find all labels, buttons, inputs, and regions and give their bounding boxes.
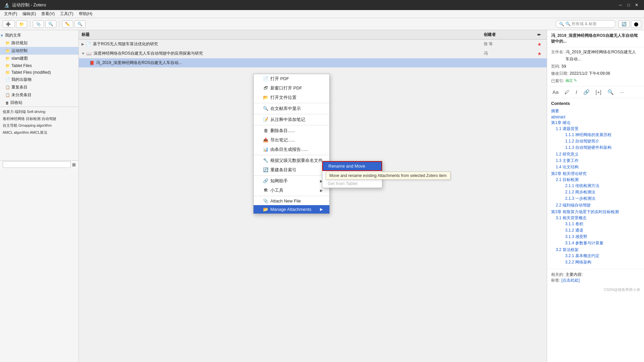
search-button[interactable]: 🔍	[45, 20, 56, 28]
ctx-gen-report[interactable]: 📊由条目生成报告......	[254, 145, 329, 154]
expand-icon: ▶	[82, 42, 84, 46]
toc-link-1.1.2[interactable]: 1.1.2 自动驾驶简介	[565, 139, 599, 143]
toc-link-2.1.3[interactable]: 2.1.3 一步检测法	[565, 196, 595, 201]
ctx-show-in-lib[interactable]: 🔍在文献库中显示	[254, 104, 329, 113]
main-layout: ▼ 我的文库 📁 路径规划 📁 运动控制 📁 slam建图 📁 Tablet F…	[0, 30, 644, 362]
new-collection-button[interactable]: 📁	[16, 20, 27, 28]
toc-link-ch1[interactable]: 第1章 绪论	[551, 120, 571, 125]
toc-link-3.2.1[interactable]: 3.2.1 基本概念约定	[565, 253, 599, 258]
tag-line-1[interactable]: 低算力 端到端 Self-driving	[1, 108, 77, 115]
toc-link-3.1.3[interactable]: 3.1.3 感受野	[565, 234, 587, 239]
ctx-add-note[interactable]: 📝从注释中添加笔记	[254, 115, 329, 124]
footer-tags-link[interactable]: [点击此处]	[561, 278, 580, 283]
toc-link-1.1[interactable]: 1.1 课题背景	[556, 126, 579, 131]
annotate-button[interactable]: ✏️	[62, 20, 73, 28]
locate-button[interactable]: 🔍	[74, 20, 86, 28]
search-box[interactable]: 🔍 🔍 所有域 & 标签	[555, 20, 616, 28]
ctx-rebuild-index[interactable]: 🔄重建条目索引	[254, 165, 329, 175]
footer-related-row: 相关的: 主要内容:	[551, 272, 640, 278]
ctx-sep-4	[254, 155, 329, 155]
toc-link-1.3[interactable]: 1.3 主要工作	[556, 158, 579, 163]
tag-line-3[interactable]: 自主导航 Gmapping algorithm	[1, 122, 77, 129]
minimize-button[interactable]: ─	[617, 2, 624, 8]
toc-link-1.4[interactable]: 1.4 论文结构	[556, 165, 579, 169]
sidebar-item-slam[interactable]: 📁 slam建图	[0, 55, 78, 62]
tool-text-btn[interactable]: Aa	[551, 88, 560, 96]
toc-link-3.2.2[interactable]: 3.2.2 网络架构	[565, 260, 591, 264]
sidebar-item-trash[interactable]: 🗑 回收站	[0, 99, 78, 107]
toc-link-ch2[interactable]: 第2章 相关理论研究	[551, 171, 587, 176]
submenu-rename-move[interactable]: Rename and Move	[322, 161, 382, 171]
tag-line-4[interactable]: AMCL algorithm AMCL算法	[1, 129, 77, 136]
toc-link-3.2[interactable]: 3.2 算法框架	[556, 247, 579, 252]
list-row[interactable]: 📕 冯_2019_深度神经网络在ROS自建无人车自动...	[79, 58, 547, 68]
toc-link-1.2[interactable]: 1.2 研究意义	[556, 152, 579, 157]
sync-button[interactable]: 🔄	[619, 20, 630, 28]
menu-help[interactable]: 帮助(H)	[76, 10, 95, 17]
tag-search-input[interactable]	[3, 161, 71, 168]
ctx-attach-new[interactable]: 📎Attach New File	[254, 197, 329, 205]
toc-link-2.2[interactable]: 2.2 端到端自动驾驶	[556, 203, 591, 207]
toc-link-3.1.1[interactable]: 3.1.1 卷积	[565, 222, 583, 226]
ctx-open-new-window[interactable]: 🗗新窗口打开 PDF	[254, 83, 329, 93]
toc-link-2.1.2[interactable]: 2.1.2 两步检测法	[565, 190, 595, 194]
menu-view[interactable]: 查看(V)	[39, 10, 57, 17]
tool-link-btn[interactable]: 🔗	[582, 88, 591, 96]
tag-line-2[interactable]: 卷积神经网络 目标检测 自动驾驶	[1, 115, 77, 122]
menu-tools[interactable]: 工具(T)	[57, 10, 76, 17]
toc-link-3.1.2[interactable]: 3.1.2 通道	[565, 228, 583, 233]
toc-link-3.1.4[interactable]: 3.1.4 参数量与计算量	[565, 241, 603, 245]
tool-search-btn[interactable]: 🔍	[606, 88, 615, 96]
right-panel-header: 冯_2019_深度神经网络在ROS自建无人车自动驾驶中的...	[547, 30, 644, 47]
toc-link-1.1.1[interactable]: 1.1.1 神经网络的发展历程	[565, 132, 611, 137]
submenu-get-from-tablet[interactable]: Get from Tablet	[322, 179, 382, 188]
toc-1.1.3: 1.1.3 自动驾驶硬件和架构	[565, 144, 640, 151]
sidebar-item-tablet-files[interactable]: 📁 Tablet Files	[0, 62, 78, 69]
toc-link-3.1[interactable]: 3.1 相关背景概念	[556, 216, 587, 220]
list-row[interactable]: ▶ 📄 基于ROS无人驾驶车算法优化的研究 张 等 ★	[79, 40, 547, 49]
new-item-button[interactable]: ➕	[3, 20, 15, 28]
ctx-sep-2	[254, 114, 329, 114]
header-edit-icon[interactable]: ✏	[537, 33, 544, 37]
ctx-open-location[interactable]: 📂打开文件位置	[254, 93, 329, 102]
ctx-cnki[interactable]: 🔗知网助手 ▶	[254, 176, 329, 186]
unsorted-icon: 📋	[5, 93, 10, 97]
toc-link-1.1.3[interactable]: 1.1.3 自动驾驶硬件和架构	[565, 145, 611, 150]
ctx-open-pdf[interactable]: 📄打开 PDF	[254, 74, 329, 83]
row-creator-2: 冯	[484, 51, 537, 56]
tool-italic-btn[interactable]: I	[574, 88, 578, 96]
close-button[interactable]: ✕	[633, 2, 640, 8]
sync-status-button[interactable]: ⬤	[631, 20, 641, 28]
sidebar-item-my-publications[interactable]: 📄 我的出版物	[0, 76, 78, 83]
sidebar-item-duplicates[interactable]: 📋 重复条目	[0, 83, 78, 91]
toc-link-abstract-cn[interactable]: 摘要	[551, 109, 559, 113]
toc-link-2.1.1[interactable]: 2.1.1 传统检测方法	[565, 183, 599, 188]
tool-highlight-btn[interactable]: 🖊	[563, 88, 571, 96]
tool-more-btn[interactable]: ···	[619, 88, 626, 96]
right-toolbar: Aa 🖊 I 🔗 [+] 🔍 ···	[547, 86, 644, 98]
toc-link-2.1[interactable]: 2.1 目标检测	[556, 177, 579, 182]
toc-link-abstract[interactable]: abstract	[551, 115, 566, 119]
toc-link-ch3[interactable]: 第3章 有限算力场景下的实时目标检测	[551, 209, 619, 214]
ctx-tools[interactable]: 🛠小工具 ▶	[254, 186, 329, 195]
ctx-export-notes[interactable]: 📤导出笔记......	[254, 135, 329, 145]
tag-search-icon[interactable]: ⊞	[72, 162, 76, 167]
ctx-manage-attachments[interactable]: 📂Manage Attachments ▶	[254, 205, 329, 214]
ctx-delete[interactable]: 🗑删除条目......	[254, 126, 329, 135]
meta-pages-row: 页码: 59	[551, 63, 640, 70]
list-row[interactable]: ▼ 📖 深度神经网络在ROS自建无人车自动驾驶中的应用探索与研究 冯 ★	[79, 49, 547, 58]
menu-file[interactable]: 文件(F)	[1, 10, 20, 17]
add-attachment-button[interactable]: 📎	[33, 20, 44, 28]
sidebar-item-tablet-files-mod[interactable]: 📁 Tablet Files (modified)	[0, 69, 78, 76]
sidebar-item-motion-control[interactable]: 📁 运动控制	[0, 47, 78, 55]
ctx-rename-meta[interactable]: 🔧根据父级元数据重命名文件	[254, 156, 329, 165]
sidebar-item-my-library[interactable]: ▼ 我的文库	[0, 32, 78, 39]
sidebar-item-path-planning[interactable]: 📁 路径规划	[0, 39, 78, 47]
menu-edit[interactable]: 编辑(E)	[20, 10, 39, 17]
maximize-button[interactable]: □	[625, 2, 632, 8]
get-tablet-label: Get from Tablet	[328, 181, 358, 186]
sidebar-item-unsorted[interactable]: 📋 未分类条目	[0, 91, 78, 99]
tool-note-btn[interactable]: [+]	[594, 88, 603, 96]
manage-attach-arrow: ▶	[320, 207, 323, 212]
meta-cited-value[interactable]: 确定 ✎	[566, 77, 640, 85]
